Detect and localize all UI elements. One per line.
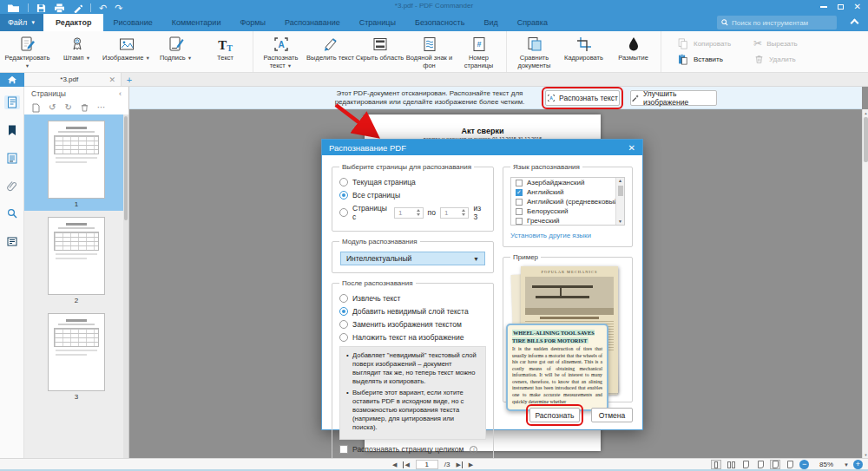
stamp-button[interactable]: Штамп ▼ (52, 35, 102, 62)
watermark-button[interactable]: Водяной знак и фон (404, 35, 454, 69)
next-page-icon[interactable]: ▶ (469, 461, 473, 468)
radio-extract-text[interactable]: Извлечь текст (339, 294, 486, 303)
recognize-confirm-button[interactable]: Распознать (529, 408, 580, 422)
actual-size-icon[interactable] (770, 460, 780, 469)
minimize-button[interactable] (820, 6, 827, 8)
signature-button[interactable]: Подпись ▼ (151, 35, 201, 62)
attachments-panel-icon[interactable] (4, 179, 20, 193)
page-to-spinner[interactable] (440, 207, 469, 219)
page-from-spinner[interactable] (394, 207, 423, 219)
scroll-up-icon[interactable]: ▲ (863, 109, 868, 116)
install-languages-link[interactable]: Установить другие языки (510, 232, 625, 239)
chevron-down-icon[interactable]: ▼ (844, 462, 849, 468)
fit-width-icon[interactable] (755, 460, 766, 469)
page-from-input[interactable] (395, 209, 416, 217)
recognize-text-notification-button[interactable]: A Распознать текст (545, 90, 620, 106)
close-button[interactable]: ✕ (854, 3, 861, 10)
radio-current-page[interactable]: Текущая страница (339, 178, 486, 186)
close-tab-icon[interactable]: ✕ (108, 75, 115, 84)
comments-panel-icon[interactable] (4, 234, 20, 248)
delete-button[interactable]: Удалить (753, 53, 798, 65)
page-to-input[interactable] (441, 209, 462, 217)
last-page-icon[interactable]: ▶ (456, 461, 462, 468)
window-title: *3.pdf - PDF Commander (0, 2, 868, 10)
tab-recognition[interactable]: Распознавание (275, 14, 350, 31)
two-page-view-icon[interactable] (726, 460, 736, 469)
radio-all-pages[interactable]: Все страницы (339, 191, 486, 200)
language-english[interactable]: ✓ Английский (511, 187, 624, 197)
zoom-in-button[interactable]: + (853, 460, 863, 469)
radio-invisible-layer[interactable]: Добавить невидимый слой текста (339, 307, 486, 316)
file-menu-button[interactable]: Файл▼ (0, 14, 43, 31)
maximize-button[interactable] (838, 4, 844, 10)
zoom-out-button[interactable]: − (799, 460, 809, 469)
image-button[interactable]: Изображение ▼ (102, 35, 151, 62)
dialog-close-icon[interactable]: ✕ (628, 143, 635, 153)
blur-button[interactable]: Размытие (608, 35, 658, 62)
collapse-panel-icon[interactable]: ‹ (119, 89, 122, 98)
module-select[interactable]: Интеллектуальный ▼ (340, 252, 485, 265)
single-page-view-icon[interactable] (711, 460, 721, 469)
highlight-text-button[interactable]: Выделить текст (306, 35, 355, 62)
pages-panel-icon[interactable] (4, 95, 20, 109)
radio-replace-images[interactable]: Заменить изображения текстом (339, 320, 486, 329)
language-list[interactable]: Азербайджанский ✓ Английский Английский … (510, 177, 625, 226)
scrollbar-thumb[interactable] (864, 117, 868, 162)
language-middle-english[interactable]: Английский (средневековый) (511, 197, 624, 206)
tab-security[interactable]: Безопасность (405, 14, 474, 31)
tab-forms[interactable]: Формы (230, 14, 275, 31)
delete-page-icon[interactable] (81, 103, 89, 112)
language-azerbaijani[interactable]: Азербайджанский (511, 178, 624, 187)
rotate-left-icon[interactable]: ↺ (49, 103, 56, 112)
new-page-icon[interactable] (32, 103, 40, 113)
hide-area-button[interactable]: Скрыть область (355, 35, 404, 62)
tool-search[interactable] (717, 16, 837, 29)
language-greek[interactable]: Греческий (511, 216, 624, 226)
radio-overlay-text[interactable]: Наложить текст на изображение (339, 333, 486, 342)
search-panel-icon[interactable] (4, 206, 20, 220)
crop-button[interactable]: Кадрировать (559, 35, 608, 62)
page-thumbnail-3[interactable]: 3 (24, 307, 128, 403)
rotate-right-icon[interactable]: ↻ (64, 103, 71, 112)
enhance-image-button[interactable]: Улучшить изображение (630, 90, 717, 106)
page-number-button[interactable]: # Номер страницы (454, 35, 503, 69)
copy-button[interactable]: Копировать (677, 37, 731, 50)
checkbox-icon (516, 199, 523, 206)
continuous-view-icon[interactable] (785, 460, 795, 469)
edit-button[interactable]: Редактировать ▼ (3, 35, 52, 69)
scroll-down-icon[interactable]: ▼ (863, 451, 868, 458)
checkbox-whole-page[interactable]: Распознавать страницу целиком i (339, 445, 486, 454)
first-page-icon[interactable]: ◀ (403, 461, 409, 468)
contents-panel-icon[interactable] (4, 151, 20, 165)
tab-view[interactable]: Вид (474, 14, 507, 31)
tab-pages[interactable]: Страницы (350, 14, 405, 31)
document-tab[interactable]: *3.pdf ✕ (24, 73, 122, 86)
new-tab-button[interactable]: + (122, 73, 137, 86)
recognize-text-button[interactable]: A Распознать текст ▼ (256, 35, 306, 69)
tab-comments[interactable]: Комментарии (162, 14, 231, 31)
compare-documents-button[interactable]: Сравнить документы (510, 35, 559, 69)
tab-drawing[interactable]: Рисование (103, 14, 161, 31)
text-button[interactable]: TT Текст (201, 35, 250, 62)
search-input[interactable] (732, 19, 827, 27)
language-belarusian[interactable]: Белорусский (511, 206, 624, 216)
cancel-button[interactable]: Отмена (591, 408, 633, 422)
page-number-input[interactable] (416, 460, 438, 469)
more-icon[interactable]: ⋯ (97, 103, 106, 112)
panel-scrollbar[interactable] (123, 114, 128, 458)
radio-selected-icon (339, 191, 348, 200)
page-thumbnail-2[interactable]: 2 (24, 211, 128, 307)
list-scrollbar[interactable]: ▲▼ (615, 178, 624, 225)
document-scrollbar[interactable]: ▲ ▼ (862, 109, 868, 458)
fit-page-icon[interactable] (740, 460, 751, 469)
collapse-ribbon-icon[interactable] (851, 19, 859, 28)
bookmarks-panel-icon[interactable] (4, 123, 20, 137)
radio-page-range[interactable]: Страницы с по из 3 (339, 204, 486, 221)
cut-button[interactable]: ✂ Вырезать (753, 37, 798, 49)
page-thumbnail-1[interactable]: 1 (24, 114, 128, 211)
tab-help[interactable]: Справка (508, 14, 557, 31)
prev-page-icon[interactable]: ◀ (392, 461, 397, 468)
tab-editor[interactable]: Редактор (43, 14, 103, 31)
paste-button[interactable]: Вставить (677, 53, 731, 66)
home-button[interactable] (0, 73, 24, 87)
